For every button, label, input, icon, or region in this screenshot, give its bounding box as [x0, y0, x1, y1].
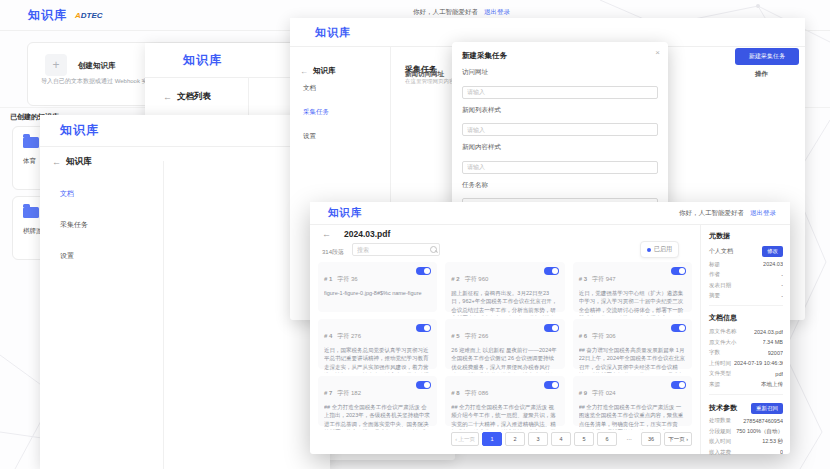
viewer-window: 知识库 你好，人工智能爱好者退出登录 ← 2024.03.pdf 314段落 已…	[310, 202, 790, 454]
meta-value: 12.53 秒	[762, 438, 783, 445]
segment-card[interactable]: # 8字符 086 ## 全力打造全国税务工作会议严肃活泼 视频介绍今年工作，统…	[445, 376, 564, 426]
segment-card[interactable]: # 1字符 36 figure-1-figure-0.jpg-8#$%c nam…	[318, 262, 437, 312]
folder-icon	[23, 207, 39, 218]
field-label-content-style: 新闻内容样式	[462, 143, 658, 152]
segment-toggle[interactable]	[544, 324, 559, 332]
meta-label: 分段规则	[709, 428, 731, 435]
meta-value: pdf	[775, 371, 783, 377]
meta-label: 标题	[709, 261, 720, 268]
segment-toggle[interactable]	[671, 324, 686, 332]
doclist-title: 文档列表	[177, 91, 211, 103]
meta-value: 92007	[768, 350, 783, 356]
segment-toggle[interactable]	[544, 381, 559, 389]
segment-toggle[interactable]	[416, 324, 431, 332]
content-style-input[interactable]	[462, 161, 658, 174]
sidebar-item-settings[interactable]: 设置	[303, 132, 329, 141]
segment-id: # 6	[579, 333, 587, 339]
sidebar-item-docs[interactable]: 文档	[60, 189, 88, 199]
segment-text: ## 奋力谱写全国税务高质量发展新篇章 1月22日上午，2024年全国税务工作会…	[579, 346, 686, 373]
page-1[interactable]: 1	[482, 432, 502, 446]
viewer-topnav: 你好，人工智能爱好者退出登录	[679, 209, 776, 218]
sidebar-item-docs[interactable]: 文档	[303, 84, 329, 93]
segment-id: # 8	[451, 390, 459, 396]
plus-icon: +	[45, 54, 67, 76]
logout-link[interactable]: 退出登录	[750, 209, 776, 216]
segment-card[interactable]: # 2字符 960 踏上新征程，奋楫再出发。3月22日至23日，962+年全国税…	[445, 262, 564, 312]
page-4[interactable]: 4	[551, 432, 571, 446]
segment-text: 近日，国家税务总局党委认真学习贯彻习近平总书记重要讲话精神，推动党纪学习教育走深…	[324, 346, 431, 373]
kb-header: 知识库	[40, 115, 330, 147]
segment-text: ## 全力打造全国税务工作会议严肃活泼 会上指出，2023年，各级税务机关坚持稳…	[324, 403, 431, 430]
greeting-text: 你好，人工智能爱好者	[679, 209, 744, 216]
meta-value: 2024.03	[763, 261, 783, 267]
segment-toggle[interactable]	[416, 381, 431, 389]
segment-card[interactable]: # 4字符 276 近日，国家税务总局党委认真学习贯彻习近平总书记重要讲话精神，…	[318, 319, 437, 369]
viewer-app-title: 知识库	[328, 206, 363, 220]
back-arrow-icon[interactable]: ←	[322, 229, 331, 239]
segment-char-count: 字符 947	[592, 276, 616, 282]
sidebar-item-settings[interactable]: 设置	[60, 251, 88, 261]
kb-detail-window: 知识库 ← 知识库 文档 采集任务 设置	[40, 115, 330, 469]
recall-button[interactable]: 重新召回	[751, 403, 783, 414]
folder-icon	[23, 137, 39, 148]
page-3[interactable]: 3	[528, 432, 548, 446]
page-36[interactable]: 36	[641, 432, 661, 446]
page-ellipsis[interactable]: ···	[620, 433, 638, 445]
segment-card[interactable]: # 3字符 947 近日，党建强基学习中心组（扩大）遴选集中学习，深入学习贯彻二…	[573, 262, 692, 312]
meta-value: 2024.03.pdf	[754, 329, 783, 335]
kb-sidebar-divider	[163, 161, 164, 469]
segment-card[interactable]: # 5字符 266 26 迎难而上 以启新程 星夜前行——2024年全国税务工作…	[445, 319, 564, 369]
tech-heading: 技术参数	[709, 403, 737, 413]
segment-id: # 7	[324, 390, 332, 396]
segment-toggle[interactable]	[544, 267, 559, 275]
meta-value: 2024-07-19 10:46:36	[734, 360, 783, 366]
segment-char-count: 字符 306	[592, 333, 616, 339]
page-2[interactable]: 2	[505, 432, 525, 446]
meta-label: 字数	[709, 349, 720, 356]
paragraph-count: 314段落	[322, 248, 344, 257]
meta-value: 本地上传	[761, 381, 783, 388]
logout-link[interactable]: 退出登录	[484, 8, 510, 15]
edit-metadata-button[interactable]: 修改	[762, 246, 783, 257]
search-input[interactable]	[352, 243, 440, 256]
sidebar-item-tasks[interactable]: 采集任务	[60, 220, 88, 230]
meta-value: -	[781, 272, 783, 278]
page-5[interactable]: 5	[574, 432, 594, 446]
list-style-input[interactable]	[462, 123, 658, 136]
page-prev[interactable]: ‹ 上一页	[451, 432, 479, 446]
segment-text: 踏上新征程，奋楫再出发。3月22日至23日，962+年全国税务工作会议在北京召开…	[451, 289, 558, 316]
meta-label: 处理数量	[709, 417, 731, 424]
segment-toggle[interactable]	[671, 381, 686, 389]
meta-label: 摘要	[709, 292, 720, 299]
page-next[interactable]: 下一页 ›	[664, 432, 692, 446]
segment-card[interactable]: # 6字符 306 ## 奋力谱写全国税务高质量发展新篇章 1月22日上午，20…	[573, 319, 692, 369]
close-icon[interactable]: ×	[655, 48, 660, 57]
meta-label: 原文件大小	[709, 339, 737, 346]
meta-label: 上传时间	[709, 360, 731, 367]
column-url: 新闻访问网址	[405, 70, 444, 79]
back-arrow-icon[interactable]: ←	[163, 92, 172, 102]
segment-card[interactable]: # 7字符 182 ## 全力打造全国税务工作会议严肃活泼 会上指出，2023年…	[318, 376, 437, 426]
segment-text: figure-1-figure-0.jpg-8#$%c name-figure	[324, 289, 431, 297]
column-action: 操作	[755, 70, 768, 79]
back-arrow-icon[interactable]: ←	[52, 157, 61, 167]
status-pill[interactable]: 已启用	[640, 241, 679, 258]
segment-char-count: 字符 36	[337, 276, 357, 282]
page-6[interactable]: 6	[597, 432, 617, 446]
segment-text: 26 迎难而上 以启新程 星夜前行——2024年全国税务工作会议侧记 26 会议…	[451, 346, 558, 373]
docinfo-heading: 文档信息	[709, 313, 783, 323]
segment-toggle[interactable]	[416, 267, 431, 275]
segment-id: # 2	[451, 276, 459, 282]
segment-card[interactable]: # 9字符 024 ## 全力打造全国税务工作会议严肃活泼 一图速览全国税务工作…	[573, 376, 692, 426]
segment-text: ## 全力打造全国税务工作会议严肃活泼 一图速览全国税务工作会议重点内容，聚焦重…	[579, 403, 686, 430]
home-app-title: 知识库	[28, 7, 67, 24]
greeting-text: 你好，人工智能爱好者	[413, 8, 478, 15]
meta-value: -	[781, 282, 783, 288]
segment-char-count: 字符 182	[337, 390, 361, 396]
url-input[interactable]	[462, 86, 658, 99]
meta-value: -	[781, 293, 783, 299]
field-label-list-style: 新闻列表样式	[462, 106, 658, 115]
new-task-button[interactable]: 新建采集任务	[735, 48, 799, 65]
segment-toggle[interactable]	[671, 267, 686, 275]
sidebar-item-tasks[interactable]: 采集任务	[303, 108, 329, 117]
